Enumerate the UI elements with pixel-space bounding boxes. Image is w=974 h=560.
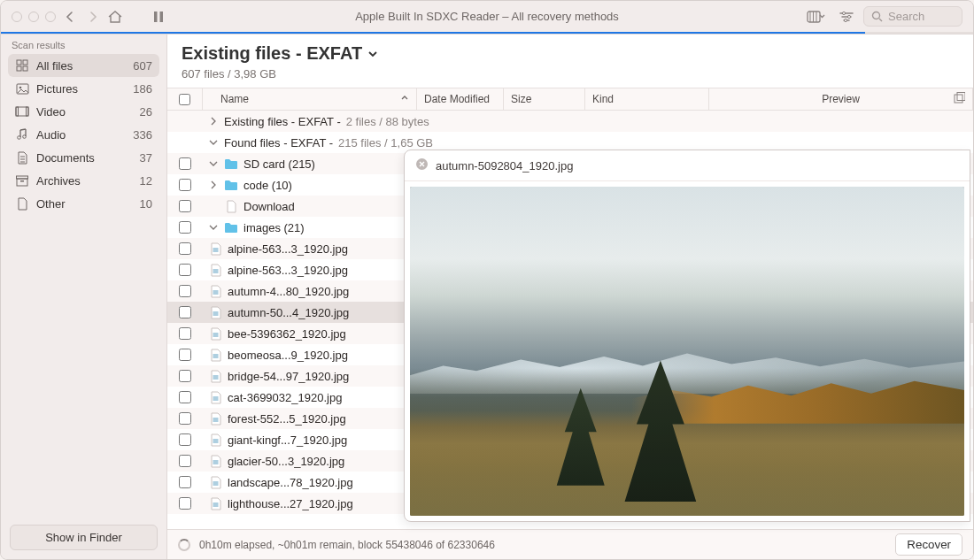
folder-icon bbox=[224, 178, 238, 192]
close-preview-button[interactable] bbox=[415, 157, 429, 173]
sidebar-item-pictures[interactable]: Pictures186 bbox=[8, 77, 159, 100]
svg-rect-4 bbox=[813, 12, 814, 22]
row-checkbox[interactable] bbox=[179, 370, 191, 382]
chevron-down-icon[interactable] bbox=[208, 224, 219, 231]
select-all-checkbox[interactable] bbox=[179, 94, 190, 105]
row-checkbox[interactable] bbox=[179, 455, 191, 467]
svg-point-19 bbox=[18, 136, 21, 140]
pause-button[interactable] bbox=[153, 11, 164, 23]
preview-image bbox=[410, 187, 964, 516]
row-checkbox[interactable] bbox=[179, 476, 191, 488]
audio-icon bbox=[15, 127, 29, 142]
chevron-down-icon[interactable] bbox=[208, 139, 219, 146]
sidebar-item-video[interactable]: Video26 bbox=[8, 100, 159, 123]
svg-rect-28 bbox=[213, 290, 218, 295]
svg-rect-36 bbox=[213, 460, 218, 464]
image-file-icon bbox=[208, 411, 222, 426]
row-checkbox[interactable] bbox=[179, 412, 191, 425]
sidebar-item-documents[interactable]: Documents37 bbox=[8, 146, 159, 169]
sidebar-item-other[interactable]: Other10 bbox=[8, 192, 159, 215]
chevron-right-icon[interactable] bbox=[208, 117, 219, 126]
status-text: 0h10m elapsed, ~0h01m remain, block 5543… bbox=[199, 539, 495, 551]
svg-rect-5 bbox=[816, 12, 817, 22]
column-size[interactable]: Size bbox=[504, 88, 585, 110]
back-button[interactable] bbox=[65, 11, 75, 23]
svg-rect-13 bbox=[23, 66, 27, 71]
svg-rect-10 bbox=[17, 60, 21, 65]
sidebar-section-label: Scan results bbox=[1, 35, 166, 52]
group-existing[interactable]: Existing files - EXFAT - 2 files / 88 by… bbox=[167, 111, 973, 132]
chevron-down-icon[interactable] bbox=[208, 160, 219, 167]
row-checkbox[interactable] bbox=[179, 179, 191, 191]
chevron-down-icon bbox=[367, 49, 378, 59]
archive-icon bbox=[15, 173, 29, 188]
svg-point-8 bbox=[844, 19, 846, 21]
image-file-icon bbox=[208, 242, 222, 256]
column-preview[interactable]: Preview bbox=[709, 88, 973, 110]
chevron-right-icon[interactable] bbox=[208, 180, 219, 189]
minimize-button[interactable] bbox=[28, 12, 39, 22]
video-icon bbox=[15, 104, 29, 119]
image-file-icon bbox=[208, 369, 222, 383]
svg-rect-0 bbox=[154, 12, 158, 22]
home-button[interactable] bbox=[107, 10, 123, 24]
page-title[interactable]: Existing files - EXFAT bbox=[182, 43, 959, 64]
svg-rect-11 bbox=[23, 60, 27, 65]
show-in-finder-button[interactable]: Show in Finder bbox=[10, 525, 158, 550]
column-kind[interactable]: Kind bbox=[585, 88, 709, 110]
svg-point-20 bbox=[23, 135, 27, 139]
svg-rect-31 bbox=[213, 354, 218, 358]
svg-rect-27 bbox=[213, 269, 218, 273]
image-file-icon bbox=[208, 305, 222, 319]
image-file-icon bbox=[208, 390, 222, 404]
other-icon bbox=[15, 196, 29, 211]
row-checkbox[interactable] bbox=[179, 327, 191, 340]
sidebar-item-audio[interactable]: Audio336 bbox=[8, 123, 159, 146]
spinner-icon bbox=[178, 539, 190, 551]
sidebar-item-archives[interactable]: Archives12 bbox=[8, 169, 159, 192]
row-checkbox[interactable] bbox=[179, 349, 191, 361]
svg-rect-26 bbox=[213, 248, 218, 252]
search-icon bbox=[871, 11, 883, 22]
row-checkbox[interactable] bbox=[179, 433, 191, 446]
row-checkbox[interactable] bbox=[179, 264, 191, 276]
svg-rect-23 bbox=[20, 180, 24, 182]
file-icon bbox=[224, 199, 238, 213]
row-checkbox[interactable] bbox=[179, 157, 191, 170]
svg-rect-17 bbox=[16, 107, 19, 116]
image-file-icon bbox=[208, 454, 222, 468]
row-checkbox[interactable] bbox=[179, 242, 191, 255]
sidebar-item-all-files[interactable]: All files607 bbox=[8, 54, 159, 77]
row-checkbox[interactable] bbox=[179, 285, 191, 297]
image-file-icon bbox=[208, 496, 222, 510]
image-file-icon bbox=[208, 284, 222, 298]
svg-rect-32 bbox=[213, 375, 218, 380]
picture-icon bbox=[15, 81, 29, 96]
svg-point-6 bbox=[842, 12, 845, 14]
svg-point-9 bbox=[873, 12, 880, 19]
column-name[interactable]: Name bbox=[203, 88, 417, 110]
svg-rect-22 bbox=[17, 176, 28, 179]
row-checkbox[interactable] bbox=[179, 497, 191, 510]
image-file-icon bbox=[208, 348, 222, 362]
zoom-button[interactable] bbox=[45, 12, 56, 22]
row-checkbox[interactable] bbox=[179, 221, 191, 234]
row-checkbox[interactable] bbox=[179, 306, 191, 318]
row-checkbox[interactable] bbox=[179, 200, 191, 212]
svg-rect-3 bbox=[810, 12, 811, 22]
row-checkbox[interactable] bbox=[179, 391, 191, 403]
recover-button[interactable]: Recover bbox=[895, 533, 962, 556]
view-options-button[interactable] bbox=[807, 10, 826, 24]
folder-icon bbox=[224, 220, 238, 234]
close-button[interactable] bbox=[12, 12, 22, 22]
image-file-icon bbox=[208, 433, 222, 447]
svg-point-7 bbox=[847, 15, 850, 18]
filter-button[interactable] bbox=[839, 10, 854, 24]
popout-icon[interactable] bbox=[954, 92, 965, 106]
window-title: Apple Built In SDXC Reader – All recover… bbox=[355, 10, 619, 23]
svg-rect-33 bbox=[213, 396, 218, 401]
forward-button[interactable] bbox=[88, 11, 98, 23]
search-input[interactable]: Search bbox=[863, 6, 962, 27]
search-placeholder: Search bbox=[888, 10, 924, 23]
column-date[interactable]: Date Modified bbox=[417, 88, 504, 110]
